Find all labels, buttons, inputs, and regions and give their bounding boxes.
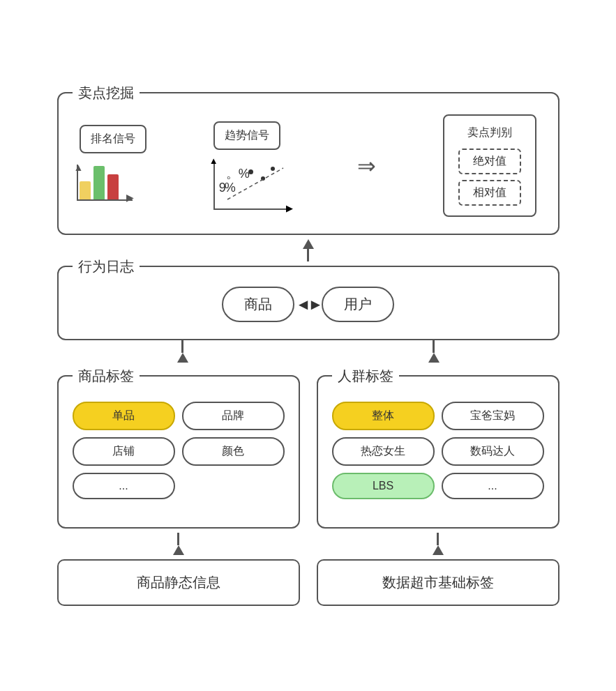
mid-inner: 商品 ◄► 用户: [80, 287, 537, 322]
product-tag-grid: 单品 品牌 店铺 颜色 ...: [73, 402, 285, 499]
tag-single-item: 单品: [73, 402, 175, 430]
stem-source-product: [177, 533, 179, 545]
head-crowd: [428, 353, 440, 363]
mid-box-label: 行为日志: [73, 257, 140, 276]
bar-3: [107, 174, 119, 201]
svg-line-0: [227, 168, 283, 199]
user-oval: 用户: [322, 287, 394, 322]
trend-line-svg: [213, 161, 290, 210]
head-product: [177, 353, 188, 363]
source-boxes: 商品静态信息 数据超市基础标签: [57, 559, 559, 606]
tag-shop: 店铺: [73, 437, 175, 466]
product-tag-label: 商品标签: [73, 367, 140, 386]
ranking-signal-label: 排名信号: [80, 125, 147, 153]
crowd-tag-box: 人群标签 整体 宝爸宝妈 热恋女生 数码达人 LBS ...: [317, 375, 559, 529]
connector-product: [57, 340, 308, 363]
source-connectors: [57, 529, 559, 559]
arrowhead-up-1: [303, 239, 314, 249]
arrow-down-crowd: [428, 340, 440, 363]
arrow-source-crowd: [433, 533, 444, 555]
stem-crowd: [433, 340, 435, 353]
diagram: 卖点挖掘 排名信号 ▲ ▶ 趋势信号 ▲: [22, 71, 594, 620]
chart-arrow-x: ▶: [126, 192, 134, 203]
double-arrow: ◄►: [296, 296, 321, 314]
chart-arrow-y: ▲: [74, 162, 84, 173]
arrow-down-product: [177, 340, 188, 363]
bar-2: [93, 166, 105, 201]
absolute-box: 绝对值: [458, 149, 521, 174]
arrow-stem-1: [307, 249, 309, 261]
top-box: 卖点挖掘 排名信号 ▲ ▶ 趋势信号 ▲: [57, 92, 559, 235]
tag-more-crowd: ...: [442, 473, 544, 499]
tag-overall: 整体: [332, 402, 435, 430]
verdict-box: 卖点判别 绝对值 相对值: [443, 114, 536, 217]
stem-product: [181, 340, 183, 353]
bar-chart: ▲ ▶: [80, 165, 133, 206]
connector-crowd: [308, 340, 559, 363]
verdict-title: 卖点判别: [467, 126, 512, 140]
connector-source-product: [57, 529, 300, 559]
mid-box: 行为日志 商品 ◄► 用户: [57, 266, 559, 340]
item-oval: 商品: [222, 287, 294, 322]
tag-more-product: ...: [73, 473, 175, 499]
bar-1: [80, 181, 91, 201]
right-arrow: ⇒: [357, 155, 376, 177]
relative-box: 相对值: [458, 180, 521, 206]
scatter-chart: ▲ ▶ 。% 9%: [213, 161, 290, 210]
source-crowd-box: 数据超市基础标签: [317, 559, 559, 606]
connector-top: [303, 235, 314, 266]
top-box-label: 卖点挖掘: [73, 84, 140, 102]
trend-signal-section: 趋势信号 ▲ ▶ 。% 9%: [213, 121, 290, 210]
trend-signal-label: 趋势信号: [213, 121, 280, 150]
stem-source-crowd: [437, 533, 439, 545]
bottom-tag-boxes: 商品标签 单品 品牌 店铺 颜色 ... 人群标签 整体 宝爸宝妈 热恋女生 数…: [57, 375, 559, 529]
tag-color: 颜色: [182, 437, 285, 466]
product-tag-box: 商品标签 单品 品牌 店铺 颜色 ...: [57, 375, 300, 529]
crowd-tag-grid: 整体 宝爸宝妈 热恋女生 数码达人 LBS ...: [332, 402, 544, 499]
tag-romance-girl: 热恋女生: [332, 437, 435, 466]
head-source-product: [173, 545, 184, 555]
tag-baoba-baoma: 宝爸宝妈: [442, 402, 544, 430]
arrow-up-1: [303, 239, 314, 261]
source-product-box: 商品静态信息: [57, 559, 300, 606]
ranking-signal-section: 排名信号 ▲ ▶: [80, 125, 147, 206]
crowd-tag-label: 人群标签: [332, 367, 399, 386]
head-source-crowd: [433, 545, 444, 555]
tag-digital-expert: 数码达人: [442, 437, 544, 466]
connector-source-crowd: [317, 529, 559, 559]
tag-lbs: LBS: [332, 473, 435, 499]
tag-brand: 品牌: [182, 402, 285, 430]
arrow-source-product: [173, 533, 184, 555]
